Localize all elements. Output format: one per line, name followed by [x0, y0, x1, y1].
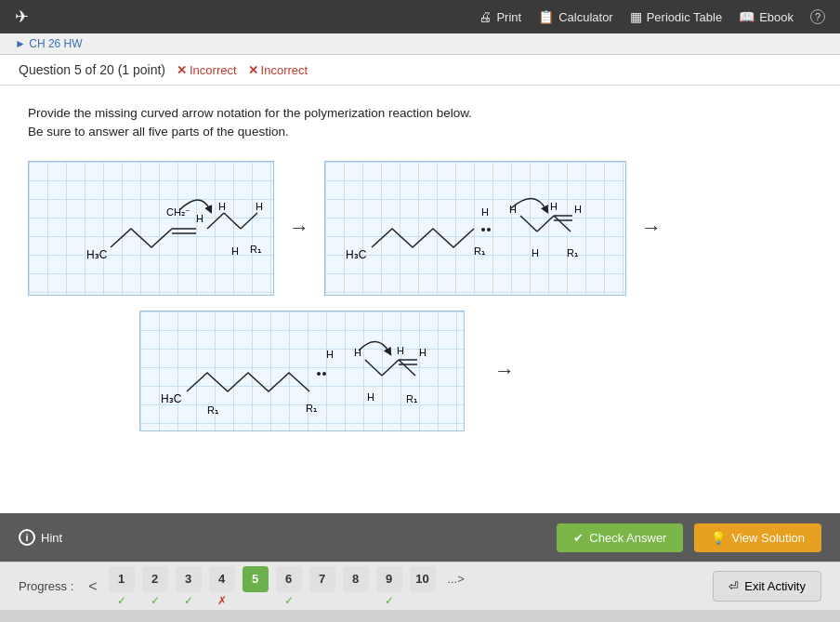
check-4: ✗: [209, 594, 235, 607]
question-text-line1: Provide the missing curved arrow notatio…: [28, 104, 812, 123]
reaction-svg-1: H₃C CH₂⁻ H H H H R₁: [29, 162, 275, 297]
reaction-box-2[interactable]: H₃C R₁ H H H H R₁: [324, 161, 626, 296]
reaction-box-3[interactable]: H₃C R₁ H H H H: [139, 311, 465, 431]
print-icon: 🖨: [479, 9, 492, 24]
exit-label: Exit Activity: [744, 579, 806, 593]
progress-bar: Progress : < 1 2 3 4 5 6 7 8 9 10 ...> ✓…: [0, 562, 840, 610]
num-btn-more[interactable]: ...>: [443, 566, 469, 592]
ebook-label: Ebook: [759, 10, 794, 24]
content-area: Provide the missing curved arrow notatio…: [0, 86, 840, 513]
svg-text:R₁: R₁: [250, 244, 261, 255]
svg-text:H₃C: H₃C: [161, 392, 182, 405]
exit-icon: ⏎: [728, 579, 739, 593]
svg-text:H: H: [532, 247, 539, 258]
reaction-arrow-3: →: [489, 359, 520, 383]
calculator-label: Calculator: [558, 10, 613, 24]
num-btn-6[interactable]: 6: [276, 566, 302, 592]
svg-text:H: H: [481, 206, 489, 218]
incorrect-badge-2: ✕ Incorrect: [248, 63, 308, 77]
svg-point-13: [481, 228, 485, 232]
svg-text:R₁: R₁: [207, 404, 218, 416]
top-bar-left: ✈: [15, 7, 29, 27]
check-answer-button[interactable]: ✔ Check Answer: [557, 523, 683, 552]
exit-button[interactable]: ⏎ Exit Activity: [713, 571, 821, 602]
question-title: Question 5 of 20 (1 point): [19, 62, 165, 77]
svg-text:CH₂⁻: CH₂⁻: [166, 206, 190, 218]
svg-line-18: [520, 216, 537, 232]
ebook-button[interactable]: 📖 Ebook: [739, 9, 794, 24]
num-btn-4[interactable]: 4: [209, 566, 235, 592]
svg-text:H: H: [574, 204, 582, 215]
num-btn-1[interactable]: 1: [109, 566, 135, 592]
ebook-icon: 📖: [739, 9, 755, 24]
incorrect-badge-1: ✕ Incorrect: [177, 63, 237, 77]
lightbulb-icon: 💡: [711, 531, 726, 545]
incorrect-label-2: Incorrect: [261, 63, 308, 77]
svg-line-35: [399, 360, 415, 376]
periodic-table-label: Periodic Table: [647, 10, 722, 24]
svg-text:H: H: [397, 345, 404, 356]
periodic-table-icon: ▦: [630, 9, 642, 24]
bottom-toolbar: i Hint ✔ Check Answer 💡 View Solution: [0, 513, 840, 562]
svg-text:H: H: [256, 201, 263, 212]
question-text-line2: Be sure to answer all five parts of the …: [28, 123, 812, 141]
svg-text:R₁: R₁: [567, 247, 578, 258]
reaction-arrow-1: →: [289, 216, 309, 240]
svg-text:H₃C: H₃C: [86, 248, 108, 261]
check-3: ✓: [176, 594, 202, 607]
svg-line-20: [554, 216, 571, 232]
num-btn-9[interactable]: 9: [376, 566, 402, 592]
svg-line-19: [537, 216, 554, 232]
svg-point-14: [487, 228, 491, 232]
top-bar: ✈ 🖨 Print 📋 Calculator ▦ Periodic Table …: [0, 0, 840, 33]
progress-label: Progress :: [19, 579, 73, 593]
reaction-box-1[interactable]: H₃C CH₂⁻ H H H H R₁: [28, 161, 274, 296]
periodic-table-button[interactable]: ▦ Periodic Table: [630, 9, 722, 24]
nums-row: 1 2 3 4 5 6 7 8 9 10 ...>: [109, 566, 469, 592]
reaction-svg-2: H₃C R₁ H H H H R₁: [325, 162, 627, 297]
calculator-icon: 📋: [538, 9, 554, 24]
help-icon: ?: [810, 9, 825, 24]
svg-text:H: H: [218, 201, 226, 212]
num-btn-7[interactable]: 7: [309, 566, 335, 592]
num-btn-10[interactable]: 10: [410, 566, 436, 592]
num-btn-8[interactable]: 8: [343, 566, 369, 592]
svg-text:R₁: R₁: [306, 403, 317, 414]
svg-text:H₃C: H₃C: [346, 248, 367, 261]
svg-line-33: [365, 360, 382, 376]
question-header: Question 5 of 20 (1 point) ✕ Incorrect ✕…: [0, 55, 840, 86]
calculator-button[interactable]: 📋 Calculator: [538, 9, 613, 24]
view-solution-label: View Solution: [731, 531, 805, 545]
svg-point-29: [317, 372, 321, 376]
hint-button[interactable]: i Hint: [19, 529, 62, 546]
check-2: ✓: [142, 594, 168, 607]
bird-icon: ✈: [15, 7, 29, 27]
svg-text:H: H: [354, 347, 361, 358]
svg-text:H: H: [196, 213, 203, 224]
reaction-svg-3: H₃C R₁ H H H H: [140, 311, 466, 432]
print-button[interactable]: 🖨 Print: [479, 9, 521, 24]
svg-text:R₁: R₁: [474, 245, 485, 257]
reaction-row-1: H₃C CH₂⁻ H H H H R₁: [28, 161, 812, 296]
x-mark-2: ✕: [248, 63, 258, 77]
svg-text:H: H: [367, 391, 374, 403]
print-label: Print: [496, 10, 521, 24]
checks-row: ✓ ✓ ✓ ✗ ✓ ✓: [109, 594, 469, 607]
num-btn-2[interactable]: 2: [142, 566, 168, 592]
check-1: ✓: [109, 594, 135, 607]
help-button[interactable]: ?: [810, 9, 825, 24]
reaction-arrow-2: →: [641, 216, 662, 240]
check-answer-label: Check Answer: [589, 531, 666, 545]
prev-button[interactable]: <: [85, 578, 100, 595]
view-solution-button[interactable]: 💡 View Solution: [694, 523, 821, 552]
info-icon: i: [19, 529, 35, 546]
progress-numbers: 1 2 3 4 5 6 7 8 9 10 ...> ✓ ✓ ✓ ✗ ✓ ✓: [109, 566, 469, 607]
svg-line-5: [207, 213, 224, 229]
incorrect-label-1: Incorrect: [190, 63, 237, 77]
svg-line-6: [224, 213, 241, 229]
breadcrumb: ► CH 26 HW: [0, 33, 840, 55]
check-9: ✓: [376, 594, 402, 607]
num-btn-3[interactable]: 3: [176, 566, 202, 592]
num-btn-5[interactable]: 5: [243, 566, 269, 592]
breadcrumb-text: CH 26 HW: [29, 37, 82, 50]
